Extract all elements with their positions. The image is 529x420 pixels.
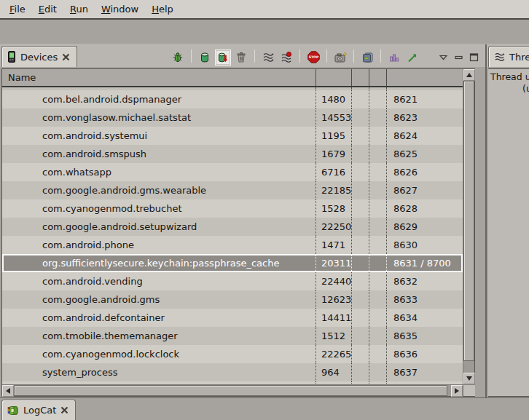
process-name: com.android.smspush — [2, 145, 316, 163]
close-icon[interactable] — [60, 406, 68, 414]
vertical-scrollbar[interactable] — [463, 69, 474, 384]
menu-edit[interactable]: Edit — [32, 2, 63, 16]
process-col3 — [352, 236, 369, 254]
scroll-down-button[interactable] — [463, 373, 475, 384]
toolbar-separator — [353, 49, 354, 63]
process-col4 — [369, 272, 387, 290]
vertical-scroll-thumb[interactable] — [463, 81, 474, 361]
process-col3 — [352, 327, 369, 345]
table-rows: com.bel.android.dspmanager 1480 8621 com… — [2, 87, 463, 384]
table-row[interactable]: com.google.android.gms 12623 8633 — [2, 290, 463, 309]
threads-view-body: Thread updates not enabled for selected … — [488, 68, 529, 397]
process-port: 8626 — [387, 163, 463, 181]
menu-help[interactable]: Help — [145, 2, 180, 16]
tab-logcat[interactable]: LogCat — [1, 400, 76, 420]
table-row[interactable]: system_process 964 8637 — [2, 363, 463, 381]
process-pid: 1471 — [316, 236, 352, 254]
process-pid: 14411 — [316, 309, 352, 327]
table-row[interactable]: com.google.android.setupwizard 22250 862… — [2, 218, 463, 236]
tab-devices[interactable]: Devices — [1, 46, 77, 67]
process-name: com.google.android.setupwizard — [2, 218, 316, 236]
process-col4 — [369, 290, 387, 309]
stop-process-icon[interactable]: STOP — [306, 50, 321, 65]
devices-panel: Devices — [0, 44, 485, 397]
table-row[interactable]: com.android.phone 1471 8630 — [2, 236, 463, 254]
table-row[interactable]: com.android.defcontainer 14411 8634 — [2, 309, 463, 327]
scroll-up-button[interactable] — [463, 69, 475, 81]
horizontal-scroll-thumb[interactable] — [14, 385, 447, 396]
start-method-profiling-icon[interactable] — [279, 50, 294, 65]
process-pid: 12623 — [316, 290, 352, 309]
process-name: com.google.android.gms — [2, 290, 316, 309]
process-name: com.android.systemui — [2, 127, 316, 145]
menu-window[interactable]: Window — [95, 2, 145, 16]
process-col3 — [352, 108, 369, 127]
process-col3 — [352, 181, 369, 199]
process-port: 8629 — [387, 218, 463, 236]
update-heap-icon[interactable] — [197, 50, 212, 65]
process-col4 — [369, 163, 387, 181]
devices-view-toolbar: STOP — [77, 49, 485, 67]
process-pid: 1528 — [316, 199, 352, 218]
process-port: 8637 — [387, 363, 463, 381]
table-row[interactable]: com.android.systemui 1195 8624 — [2, 127, 463, 145]
table-row[interactable]: com.android.smspush 1679 8625 — [2, 145, 463, 163]
process-col3 — [352, 363, 369, 381]
column-header-3[interactable] — [352, 69, 369, 86]
toolbar-separator — [254, 49, 255, 63]
system-information-icon[interactable] — [387, 50, 401, 65]
dump-hprof-icon[interactable] — [216, 50, 230, 65]
process-port: 8628 — [387, 199, 463, 218]
process-port: 8633 — [387, 290, 463, 309]
process-port: 8632 — [387, 272, 463, 290]
tab-threads[interactable]: Threads — [488, 46, 529, 67]
column-header-pid[interactable] — [316, 69, 352, 86]
column-header-port[interactable] — [387, 69, 463, 86]
process-port: 8623 — [387, 108, 463, 127]
maximize-icon[interactable] — [468, 52, 479, 63]
scroll-right-button[interactable] — [451, 385, 463, 397]
table-row[interactable]: com.vonglasow.michael.satstat 14553 8623 — [2, 108, 463, 127]
table-row[interactable]: com.whatsapp 6716 8626 — [2, 163, 463, 181]
toolbar-separator — [191, 49, 192, 63]
process-col4 — [369, 218, 387, 236]
process-col3 — [352, 145, 369, 163]
menu-run[interactable]: Run — [63, 2, 95, 16]
toolbar-separator — [380, 49, 381, 63]
screen-capture-icon[interactable] — [333, 50, 348, 65]
process-col4 — [369, 345, 387, 363]
table-row[interactable]: com.google.android.gms.wearable 22185 86… — [2, 181, 463, 199]
menu-file[interactable]: File — [3, 2, 32, 16]
table-row[interactable]: com.bel.android.dspmanager 1480 8621 — [2, 90, 463, 108]
tab-logcat-label: LogCat — [23, 405, 56, 416]
process-col4 — [369, 236, 387, 254]
close-icon[interactable] — [62, 53, 70, 61]
screen-record-icon[interactable] — [360, 50, 375, 65]
process-port: 8627 — [387, 181, 463, 199]
main-toolbar — [0, 20, 529, 44]
update-threads-icon[interactable] — [261, 50, 275, 65]
view-menu-icon[interactable] — [437, 52, 449, 63]
minimize-icon[interactable] — [452, 52, 464, 63]
debug-process-icon[interactable] — [171, 50, 185, 65]
process-port: 8635 — [387, 327, 463, 345]
table-row[interactable]: org.sufficientlysecure.keychain:passphra… — [2, 254, 463, 272]
bottom-tabbar: LogCat — [0, 397, 529, 420]
process-pid: 1480 — [316, 90, 352, 108]
start-tracking-icon[interactable] — [405, 50, 420, 65]
column-header-4[interactable] — [369, 69, 387, 86]
cause-gc-icon[interactable] — [234, 50, 248, 65]
table-row[interactable]: com.android.vending 22440 8632 — [2, 272, 463, 290]
process-port: 8634 — [387, 309, 463, 327]
table-row[interactable]: com.cyanogenmod.lockclock 22265 8636 — [2, 345, 463, 363]
vertical-scroll-track[interactable] — [463, 361, 474, 373]
column-header-name[interactable]: Name — [2, 69, 316, 86]
scroll-left-button[interactable] — [2, 385, 14, 397]
devices-table: Name com.bel. — [1, 68, 475, 397]
devices-tabbar: Devices — [0, 44, 485, 67]
process-pid: 14553 — [316, 108, 352, 127]
table-row[interactable]: com.tmobile.thememanager 1512 8635 — [2, 327, 463, 345]
horizontal-scrollbar[interactable] — [2, 384, 463, 396]
table-row[interactable]: com.cyanogenmod.trebuchet 1528 8628 — [2, 199, 463, 218]
process-name: com.android.phone — [2, 236, 316, 254]
